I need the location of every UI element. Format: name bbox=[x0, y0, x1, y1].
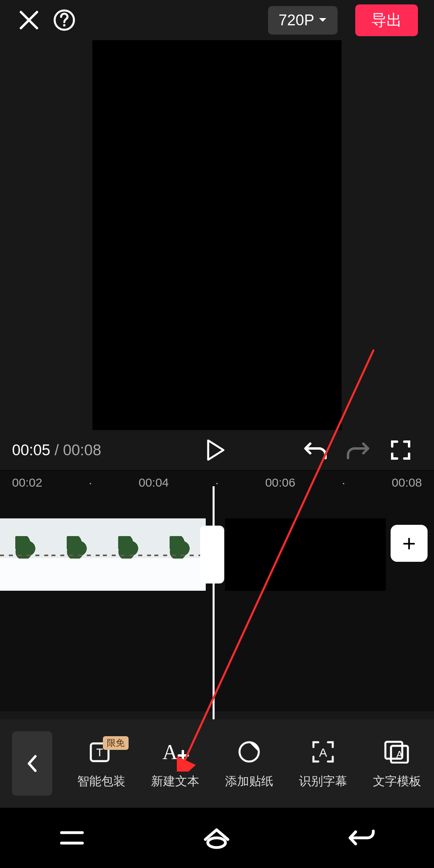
tool-label: 文字模板 bbox=[373, 773, 421, 790]
svg-text:A: A bbox=[319, 746, 327, 759]
tool-template-a[interactable]: A文字模板 bbox=[361, 738, 433, 790]
sticker-icon bbox=[237, 738, 261, 766]
video-clip-2[interactable] bbox=[225, 518, 386, 591]
tool-a-plus[interactable]: A新建文本 bbox=[139, 738, 211, 790]
time-display: 00:05 / 00:08 bbox=[12, 442, 101, 459]
tool-text-box-sparkle[interactable]: 限免T智能包装 bbox=[65, 738, 137, 790]
current-time: 00:05 bbox=[12, 442, 50, 459]
nav-back-icon[interactable] bbox=[348, 828, 376, 848]
scan-a-icon: A bbox=[311, 738, 335, 766]
svg-text:A: A bbox=[396, 749, 403, 760]
resolution-button[interactable]: 720P bbox=[268, 6, 338, 35]
timeline[interactable]: + bbox=[0, 494, 434, 711]
svg-text:T: T bbox=[96, 746, 103, 759]
tool-sticker[interactable]: 添加贴纸 bbox=[213, 738, 285, 790]
svg-text:A: A bbox=[162, 741, 178, 764]
time-ruler[interactable]: 00:02 · 00:04 · 00:06 · 00:08 bbox=[0, 470, 434, 494]
export-button[interactable]: 导出 bbox=[355, 4, 418, 36]
plus-icon: + bbox=[402, 532, 416, 555]
tool-label: 智能包装 bbox=[77, 773, 125, 790]
play-button[interactable] bbox=[202, 436, 230, 464]
tool-label: 新建文本 bbox=[151, 773, 199, 790]
tool-scan-a[interactable]: A识别字幕 bbox=[287, 738, 359, 790]
clip-handle[interactable] bbox=[200, 526, 224, 583]
svg-point-10 bbox=[208, 838, 225, 848]
chevron-left-icon bbox=[27, 755, 38, 772]
nav-menu-icon[interactable] bbox=[58, 829, 86, 846]
total-time: 00:08 bbox=[63, 442, 101, 459]
fullscreen-button[interactable] bbox=[387, 436, 415, 464]
bottom-toolbar: 限免T智能包装A新建文本添加贴纸A识别字幕A文字模板 bbox=[0, 719, 434, 808]
a-plus-icon: A bbox=[160, 738, 190, 766]
back-button[interactable] bbox=[12, 731, 52, 796]
free-badge: 限免 bbox=[103, 736, 129, 750]
undo-button[interactable] bbox=[301, 436, 330, 464]
add-clip-button[interactable]: + bbox=[391, 525, 428, 562]
chevron-down-icon bbox=[318, 17, 327, 23]
resolution-label: 720P bbox=[278, 12, 314, 29]
close-icon[interactable] bbox=[16, 7, 42, 33]
tool-label: 识别字幕 bbox=[299, 773, 347, 790]
video-preview[interactable] bbox=[92, 40, 342, 430]
svg-point-1 bbox=[63, 24, 66, 27]
system-nav-bar bbox=[0, 808, 434, 868]
help-icon[interactable] bbox=[51, 7, 77, 33]
template-a-icon: A bbox=[384, 738, 410, 766]
tool-label: 添加贴纸 bbox=[225, 773, 273, 790]
nav-home-icon[interactable] bbox=[202, 827, 231, 849]
redo-button[interactable] bbox=[344, 436, 372, 464]
video-clip[interactable] bbox=[0, 518, 206, 591]
